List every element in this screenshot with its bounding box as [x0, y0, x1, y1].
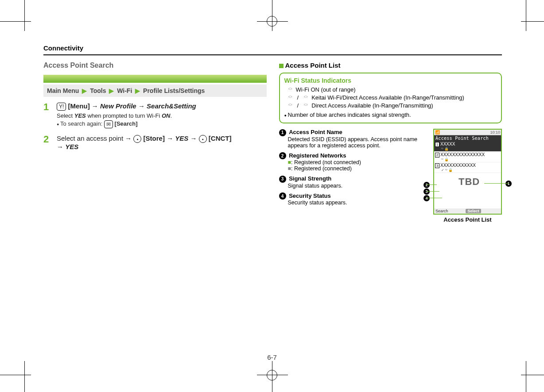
- crop-mark: [521, 21, 544, 22]
- yes-label: YES: [74, 112, 86, 119]
- arrow-icon: →: [92, 102, 98, 110]
- signal-icon: 📶: [435, 130, 440, 135]
- phone-caption: Access Point List: [433, 216, 502, 223]
- wifi-outofrange-icon: ⌔: [284, 86, 296, 93]
- crop-mark: [526, 0, 526, 31]
- path-sep-icon: ▶: [81, 87, 88, 94]
- phone-time: 10:10: [490, 130, 500, 135]
- y-key-icon: Y!: [57, 103, 66, 111]
- legend-item-2: 2 Registered Networks ■: Registered (not…: [279, 152, 429, 172]
- wifi-row2-desc: Keitai Wi-Fi/Direct Access Available (In…: [311, 94, 497, 101]
- softkey-center: Select: [466, 209, 481, 213]
- legend-3-label: Signal Strength: [289, 175, 331, 182]
- phone-item2-ssid: XXXXXXXXXXXXXXX: [440, 152, 485, 157]
- path-wifi: Wi-Fi: [117, 87, 132, 94]
- wifi-row1-desc: Wi-Fi ON (out of range): [296, 86, 497, 93]
- phone-softkeys: Search Select: [434, 208, 501, 214]
- on-label: ON: [162, 112, 171, 119]
- callout-marker-3: 3: [424, 188, 430, 195]
- crop-mark: [0, 375, 31, 375]
- legend-1-desc: Detected SSID (ESSID) appears. Access po…: [288, 136, 429, 149]
- arrow-icon: →: [190, 135, 197, 142]
- step1-note-b: when prompted to turn Wi-Fi: [86, 112, 162, 119]
- crop-mark: [0, 21, 31, 22]
- green-divider: [43, 75, 267, 83]
- path-root: Main Menu: [47, 87, 79, 94]
- center-key-icon: [199, 135, 207, 143]
- legend-2-desc2: : Registered (connected): [291, 165, 352, 172]
- callout-line: [426, 191, 439, 192]
- wifi-keitai-icon: ⌔: [284, 94, 296, 101]
- slash: /: [296, 94, 300, 101]
- phone-statusbar: 📶 10:10: [434, 130, 501, 135]
- cnct-label: [CNCT]: [209, 135, 232, 142]
- page-header: Connectivity: [43, 44, 502, 55]
- crop-mark: [24, 361, 25, 392]
- arrow-icon: →: [138, 102, 145, 110]
- wifi-row3-desc: Direct Access Available (In-Range/Transm…: [311, 102, 497, 109]
- legend-item-3: 3 Signal Strength Signal status appears.: [279, 175, 429, 189]
- phone-item3-ssid: XXXXXXXXXXXX: [440, 163, 476, 168]
- phone-ap-item-1: 1XXXXX ⌔ 🔒: [434, 141, 501, 152]
- legend-1-label: Access Point Name: [289, 129, 342, 135]
- callout-number-1: 1: [279, 129, 286, 136]
- yes-label: YES: [175, 135, 188, 142]
- legend-2-desc1: : Registered (not connected): [291, 159, 361, 165]
- crop-mark: [24, 0, 25, 31]
- legend-4-label: Security Status: [289, 192, 331, 199]
- wifi-direct-tx-icon: ⌔: [300, 102, 311, 109]
- section-title-access-point-list: Access Point List: [285, 61, 341, 69]
- store-label: [Store]: [144, 135, 165, 142]
- crop-circle: [267, 370, 277, 380]
- callout-line: [426, 184, 437, 185]
- arrow-icon: →: [167, 135, 173, 142]
- tbd-overlay: TBD: [459, 176, 480, 188]
- callout-number-4: 4: [279, 192, 286, 200]
- phone-ap-item-2: 2XXXXXXXXXXXXXXX ⌔ 🔒: [434, 152, 501, 162]
- step2-text-a: Select an access point: [57, 135, 123, 142]
- crop-mark: [526, 361, 526, 392]
- legend-item-1: 1 Access Point Name Detected SSID (ESSID…: [279, 129, 429, 149]
- softkey-right: [498, 209, 500, 213]
- phone-item2-icons: ⌔ 🔒: [435, 158, 500, 161]
- section-title-access-point-search: Access Point Search: [43, 61, 267, 71]
- callout-line: [484, 183, 509, 184]
- arrow-icon: →: [125, 135, 132, 142]
- registered-connected-icon: ■: [288, 165, 291, 172]
- phone-ap-item-3: 3XXXXXXXXXXXX ✓ ⌔ 🔒: [434, 162, 501, 173]
- wifi-direct-icon: ⌔: [284, 102, 296, 109]
- step-number: 2: [43, 135, 57, 150]
- callout-marker-2: 2: [424, 182, 430, 188]
- wifi-box-note: Number of blue arches indicates signal s…: [284, 111, 497, 118]
- callout-number-3: 3: [279, 176, 286, 183]
- callout-marker-4: 4: [424, 195, 430, 201]
- crop-mark: [521, 375, 544, 375]
- wifi-keitai-tx-icon: ⌔: [300, 94, 311, 101]
- step-2: 2 Select an access point → [Store] → YES…: [43, 135, 267, 150]
- callout-number-2: 2: [279, 152, 286, 159]
- menu-label: [Menu]: [68, 102, 90, 110]
- path-sep-icon: ▶: [134, 87, 141, 94]
- step1-note2-a: To search again:: [60, 120, 104, 127]
- legend-item-4: 4 Security Status Security status appear…: [279, 192, 429, 206]
- path-profile-lists: Profile Lists/Settings: [143, 87, 205, 94]
- callout-line: [426, 198, 442, 198]
- phone-screenshot: 📶 10:10 Access Point Search 1XXXXX ⌔ 🔒 2…: [433, 129, 502, 215]
- menu-path: Main Menu ▶ Tools ▶ Wi-Fi ▶ Profile List…: [43, 85, 267, 97]
- step1-note-c: .: [171, 112, 172, 119]
- phone-item3-icons: ✓ ⌔ 🔒: [435, 168, 500, 172]
- slash: /: [296, 102, 300, 109]
- step-number: 1: [43, 102, 57, 128]
- legend-4-desc: Security status appears.: [288, 200, 429, 206]
- legend-3-desc: Signal status appears.: [288, 183, 429, 189]
- arrow-icon: →: [57, 143, 63, 150]
- phone-item1-ssid: XXXXX: [440, 142, 455, 146]
- legend-2-label: Registered Networks: [289, 152, 346, 159]
- search-label: [Search]: [115, 120, 138, 127]
- step1-note-a: Select: [57, 112, 74, 119]
- wifi-box-title: Wi-Fi Status Indicators: [284, 77, 497, 84]
- wifi-status-indicators-box: Wi-Fi Status Indicators ⌔ Wi-Fi ON (out …: [279, 73, 502, 123]
- phone-item1-icons: ⌔ 🔒: [435, 147, 500, 151]
- path-tools: Tools: [90, 87, 106, 94]
- callout-marker-1: 1: [505, 181, 512, 187]
